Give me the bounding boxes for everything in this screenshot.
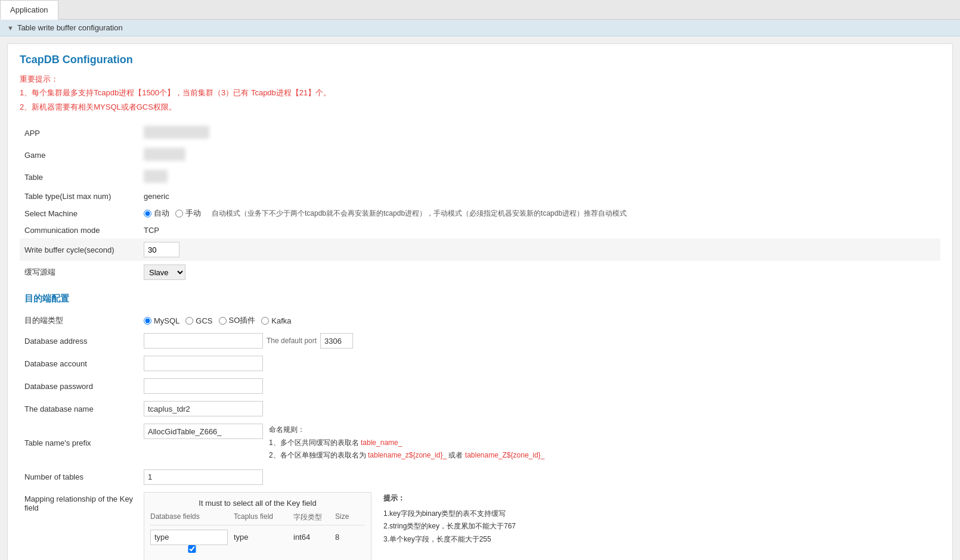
dest-mysql-option[interactable]: MySQL — [144, 316, 179, 325]
table-value — [144, 170, 168, 183]
tab-bar: Application — [0, 0, 960, 20]
main-content: TcapDB Configuration 重要提示： 1、每个集群最多支持Tca… — [7, 43, 953, 560]
machine-manual-radio[interactable] — [175, 210, 183, 217]
machine-auto-option[interactable]: 自动 — [144, 208, 169, 219]
machine-manual-option[interactable]: 手动 — [175, 208, 201, 219]
dest-gcs-radio[interactable] — [185, 317, 193, 325]
key-db-field-input[interactable] — [150, 530, 228, 545]
key-type-value: int64 — [293, 533, 335, 542]
key-mapping-box: It must to select all of the Key field D… — [144, 492, 371, 560]
db-password-input[interactable] — [144, 378, 263, 394]
notice-line2: 1、每个集群最多支持Tcapdb进程【1500个】，当前集群（3）已有 Tcap… — [20, 86, 940, 99]
table-type-value: generic — [139, 188, 940, 204]
cache-source-label: 缓写源端 — [20, 261, 139, 284]
app-value — [144, 126, 209, 139]
app-label: APP — [20, 122, 139, 144]
tip-3: 3.单个key字段，长度不能大于255 — [383, 533, 516, 546]
naming-rule: 命名规则： 1、多个区共同缓写的表取名 table_name_ 2、各个区单独缓… — [269, 424, 544, 462]
notice-line1: 重要提示： — [20, 72, 940, 86]
notice-line3: 2、新机器需要有相关MYSQL或者GCS权限。 — [20, 100, 940, 114]
comm-mode-label: Communication mode — [20, 222, 139, 238]
col-field-type: 字段类型 — [293, 512, 335, 522]
db-port-input[interactable] — [320, 333, 353, 349]
dest-section-title: 目的端配置 — [24, 293, 936, 304]
db-name-input[interactable] — [144, 401, 263, 416]
page-title: TcapDB Configuration — [20, 54, 940, 66]
section-header: ▼ Table write buffer configuration — [0, 20, 960, 36]
tips-block: 提示： 1.key字段为binary类型的表不支持缓写 2.string类型的k… — [383, 492, 516, 546]
db-address-input[interactable] — [144, 333, 263, 349]
tip-1: 1.key字段为binary类型的表不支持缓写 — [383, 508, 516, 521]
col-size: Size — [335, 512, 365, 522]
num-tables-label: Number of tables — [20, 466, 139, 489]
key-size-value: 8 — [335, 533, 363, 542]
table-prefix-label: Table name's prefix — [20, 420, 139, 466]
num-tables-input[interactable] — [144, 469, 263, 485]
dest-so-radio[interactable] — [219, 317, 227, 325]
application-tab[interactable]: Application — [0, 0, 58, 20]
game-value — [144, 148, 185, 161]
table-label: Table — [20, 166, 139, 188]
dest-kafka-option[interactable]: Kafka — [261, 316, 291, 325]
port-hint: The default port — [267, 337, 317, 345]
write-buffer-label: Write buffer cycle(second) — [20, 238, 139, 261]
notice-block: 重要提示： 1、每个集群最多支持Tcapdb进程【1500个】，当前集群（3）已… — [20, 72, 940, 114]
dest-kafka-radio[interactable] — [261, 317, 269, 325]
machine-radio-group: 自动 手动 自动模式（业务下不少于两个tcapdb就不会再安装新的tcapdb进… — [144, 208, 936, 219]
comm-mode-value: TCP — [139, 222, 940, 238]
key-mapping-label: Mapping relationship of the Key field — [20, 489, 139, 560]
dest-type-group: MySQL GCS SO插件 Kafka — [144, 315, 936, 326]
db-account-label: Database account — [20, 352, 139, 375]
table-prefix-input[interactable] — [144, 424, 263, 439]
dest-type-label: 目的端类型 — [20, 312, 139, 329]
db-address-label: Database address — [20, 329, 139, 352]
key-tcaplus-value: type — [234, 533, 293, 542]
cache-source-select[interactable]: Slave Master — [144, 265, 185, 280]
key-must-select-title: It must to select all of the Key field — [150, 499, 365, 508]
db-account-input[interactable] — [144, 356, 263, 371]
key-mapping-row: type int64 8 — [150, 528, 365, 555]
machine-auto-radio[interactable] — [144, 210, 151, 217]
table-type-label: Table type(List max num) — [20, 188, 139, 204]
config-form: APP Game Table Table type(List max num) … — [20, 122, 940, 560]
naming-rule-title: 命名规则： — [269, 424, 544, 437]
naming-rule-2: 2、各个区单独缓写的表取名为 tablename_z${zone_id}_ 或者… — [269, 449, 544, 462]
dest-so-option[interactable]: SO插件 — [219, 315, 256, 326]
key-row-checkbox[interactable] — [150, 545, 234, 553]
db-password-label: Database password — [20, 375, 139, 397]
db-name-label: The database name — [20, 397, 139, 420]
machine-hint: 自动模式（业务下不少于两个tcapdb就不会再安装新的tcapdb进程），手动模… — [212, 209, 627, 219]
tip-2: 2.string类型的key，长度累加不能大于767 — [383, 520, 516, 533]
naming-rule-1: 1、多个区共同缓写的表取名 table_name_ — [269, 437, 544, 450]
collapse-arrow-icon[interactable]: ▼ — [7, 24, 14, 32]
col-tcaplus: Tcaplus field — [234, 512, 293, 522]
write-buffer-input[interactable] — [144, 242, 179, 257]
select-machine-label: Select Machine — [20, 204, 139, 222]
dest-mysql-radio[interactable] — [144, 317, 151, 325]
db-address-group: The default port — [144, 333, 936, 349]
dest-gcs-option[interactable]: GCS — [185, 316, 212, 325]
game-label: Game — [20, 144, 139, 166]
key-mapping-header: Database fields Tcaplus field 字段类型 Size — [150, 512, 365, 525]
section-header-label: Table write buffer configuration — [17, 23, 123, 32]
col-db-fields: Database fields — [150, 512, 234, 522]
tips-title: 提示： — [383, 492, 516, 505]
